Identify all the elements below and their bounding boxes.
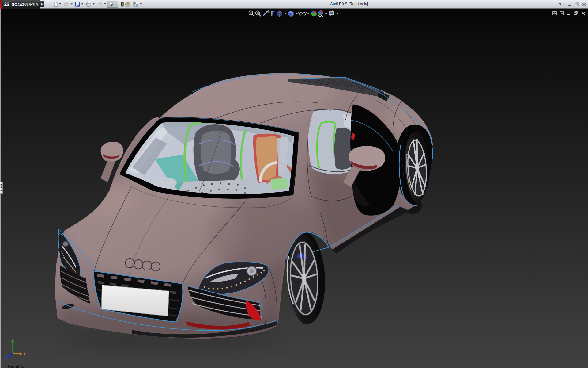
svg-text:SOLID: SOLID — [12, 2, 24, 7]
svg-text:Z: Z — [6, 356, 8, 359]
svg-text:S: S — [6, 2, 9, 7]
svg-text:WORKS: WORKS — [23, 2, 38, 7]
svg-text:X: X — [23, 352, 25, 356]
